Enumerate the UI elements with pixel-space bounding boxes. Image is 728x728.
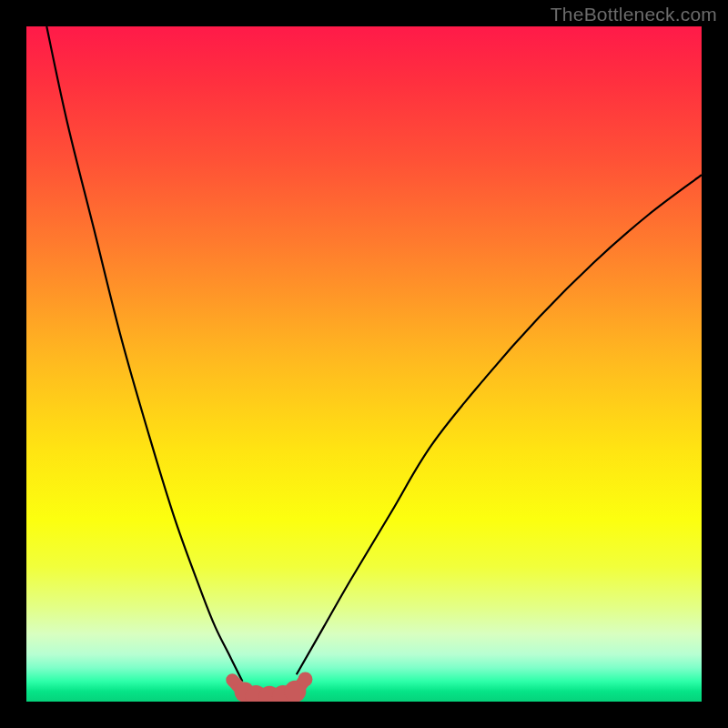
right-curve (297, 175, 702, 674)
marker-dot (227, 674, 238, 685)
plot-area (26, 26, 702, 702)
left-curve (46, 26, 242, 682)
curves-svg (26, 26, 702, 702)
watermark-text: TheBottleneck.com (551, 4, 717, 25)
marker-dot (298, 672, 312, 687)
chart-frame: TheBottleneck.com (0, 0, 728, 728)
